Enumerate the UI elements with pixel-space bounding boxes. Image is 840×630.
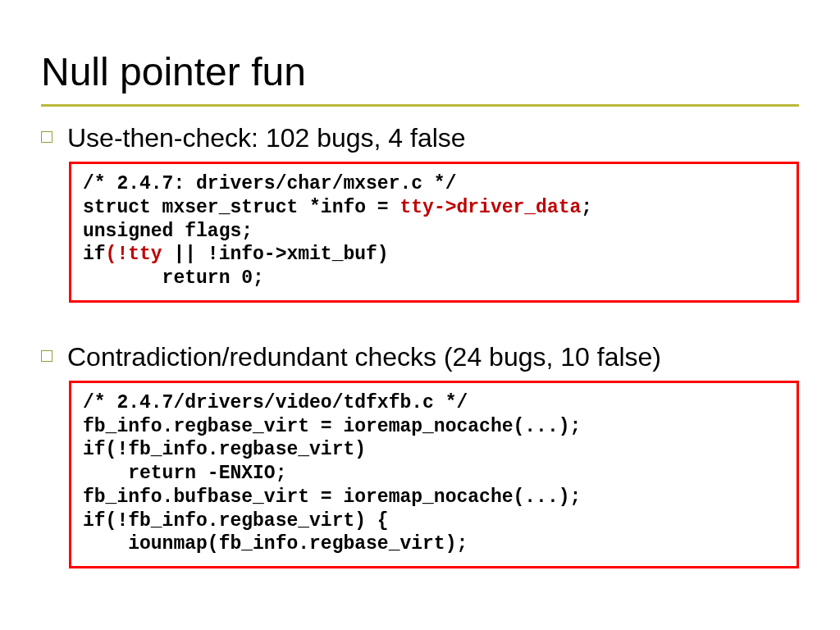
bullet-1: Use-then-check: 102 bugs, 4 false	[41, 123, 799, 153]
bullet-1-text: Use-then-check: 102 bugs, 4 false	[67, 123, 466, 153]
title-rule	[41, 104, 799, 107]
code2-l7: iounmap(fb_info.regbase_virt);	[83, 533, 468, 555]
code1-l4a: if	[83, 244, 106, 265]
code2-l1: /* 2.4.7/drivers/video/tdfxfb.c */	[83, 392, 468, 413]
code1-l3: unsigned flags;	[83, 221, 253, 242]
slide-title: Null pointer fun	[41, 49, 799, 94]
code2-l4: return -ENXIO;	[83, 463, 286, 484]
bullet-2: Contradiction/redundant checks (24 bugs,…	[41, 342, 799, 372]
code1-l2c: ;	[581, 197, 592, 218]
code1-l2a: struct mxser_struct *info =	[83, 197, 399, 218]
code1-l2-highlight: tty->driver_data	[399, 197, 581, 218]
bullet-marker-icon	[41, 131, 52, 143]
code2-l3: if(!fb_info.regbase_virt)	[83, 439, 366, 460]
slide: Null pointer fun Use-then-check: 102 bug…	[0, 0, 840, 630]
code1-l5: return 0;	[83, 267, 264, 289]
code-block-1: /* 2.4.7: drivers/char/mxser.c */ struct…	[69, 162, 799, 303]
bullet-marker-icon	[41, 350, 52, 362]
code2-l2: fb_info.regbase_virt = ioremap_nocache(.…	[83, 416, 581, 437]
code2-l6: if(!fb_info.regbase_virt) {	[83, 510, 389, 532]
code1-l4c: || !info->xmit_buf)	[162, 244, 389, 265]
code1-l1: /* 2.4.7: drivers/char/mxser.c */	[83, 173, 456, 194]
code1-l4-highlight: (!tty	[106, 244, 162, 265]
bullet-2-text: Contradiction/redundant checks (24 bugs,…	[67, 342, 661, 372]
code-block-2: /* 2.4.7/drivers/video/tdfxfb.c */ fb_in…	[69, 381, 799, 568]
code2-l5: fb_info.bufbase_virt = ioremap_nocache(.…	[83, 486, 581, 508]
